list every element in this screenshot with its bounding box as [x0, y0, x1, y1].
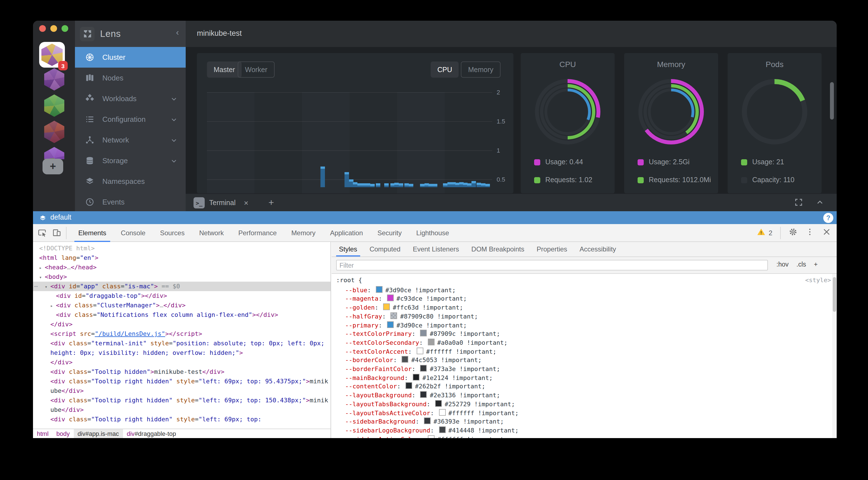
css-property[interactable]: --blue: #3d90ce !important; [332, 286, 832, 295]
css-property[interactable]: --layoutBackground: #2e3136 !important; [332, 391, 832, 400]
devtools-menu-icon[interactable] [805, 228, 814, 239]
warning-icon[interactable] [757, 228, 766, 239]
close-window-button[interactable] [39, 25, 46, 32]
collapse-node-icon[interactable]: ▾ [45, 282, 48, 292]
devtools-close-icon[interactable] [822, 228, 831, 239]
styles-tab-properties[interactable]: Properties [530, 242, 573, 256]
node-tab-master[interactable]: Master [207, 62, 242, 78]
sidebar-item-cluster[interactable]: Cluster [75, 47, 186, 68]
devtools-tab-elements[interactable]: Elements [71, 224, 114, 242]
color-swatch[interactable] [405, 382, 412, 389]
css-property[interactable]: --sidebarLogoBackground: #414448 !import… [332, 426, 832, 435]
sidebar-item-namespaces[interactable]: Namespaces [75, 171, 186, 192]
styles-tab-accessibility[interactable]: Accessibility [573, 242, 622, 256]
css-rules[interactable]: :root { <style> --blue: #3d90ce !importa… [332, 274, 832, 438]
metric-tab-cpu[interactable]: CPU [431, 62, 459, 78]
dom-node[interactable]: </div> [33, 357, 331, 367]
cluster-icon-cluster-2[interactable] [44, 68, 64, 91]
css-property[interactable]: --borderFaintColor: #373a3e !important; [332, 365, 832, 374]
color-swatch[interactable] [402, 356, 408, 363]
help-button[interactable]: ? [823, 213, 833, 223]
color-swatch[interactable] [439, 426, 445, 433]
chevron-down-icon[interactable] [170, 157, 178, 165]
cluster-icon-cluster-4[interactable] [44, 121, 64, 143]
devtools-tab-application[interactable]: Application [323, 224, 370, 242]
css-property[interactable]: --magenta: #c93dce !important; [332, 295, 832, 303]
breadcrumb-item[interactable]: body [53, 429, 74, 438]
dom-tree[interactable]: <!DOCTYPE html><html lang="en">▸<head>…<… [33, 242, 331, 429]
styles-tab-styles[interactable]: Styles [333, 242, 363, 256]
color-swatch[interactable] [387, 321, 394, 328]
collapse-sidebar-button[interactable]: ‹ [176, 27, 179, 37]
sidebar-item-events[interactable]: Events [75, 192, 186, 212]
devtools-tab-performance[interactable]: Performance [231, 224, 284, 242]
namespace-label[interactable]: default [50, 213, 71, 221]
styles-toggle-hov[interactable]: :hov [777, 261, 789, 268]
dom-node[interactable]: </div> [33, 320, 331, 329]
dom-node[interactable]: <div class="terminal-init" style="positi… [33, 339, 331, 357]
breadcrumb-item[interactable]: div#app.is-mac [73, 429, 123, 438]
css-property[interactable]: --layoutTabsBackground: #252729 !importa… [332, 400, 832, 409]
css-property[interactable]: --primary: #3d90ce !important; [332, 321, 832, 330]
styles-tab-dom-breakpoints[interactable]: DOM Breakpoints [465, 242, 530, 256]
dom-node[interactable]: ▸<head>…</head> [33, 263, 331, 272]
terminal-collapse-icon[interactable] [815, 198, 825, 209]
dom-node[interactable]: <div id="draggable-top"></div> [33, 291, 331, 301]
dom-node[interactable]: ▸<div class="ClusterManager">…</div> [33, 301, 331, 310]
css-property[interactable]: --layoutTabsActiveColor: #ffffff !import… [332, 409, 832, 417]
color-swatch[interactable] [435, 400, 442, 407]
css-property[interactable]: --contentColor: #262b2f !important; [332, 382, 832, 391]
chevron-down-icon[interactable] [170, 115, 178, 123]
dom-node[interactable]: <div class="Tooltip right hidden" style=… [33, 396, 331, 415]
color-swatch[interactable] [387, 295, 394, 302]
sidebar-item-network[interactable]: Network [75, 130, 186, 150]
terminal-fullscreen-icon[interactable] [794, 198, 803, 209]
dom-node[interactable]: <html lang="en"> [33, 253, 331, 263]
terminal-close-icon[interactable]: × [244, 198, 248, 207]
sidebar-item-configuration[interactable]: Configuration [75, 109, 186, 130]
color-swatch[interactable] [428, 339, 434, 345]
color-swatch[interactable] [424, 418, 431, 424]
color-swatch[interactable] [420, 391, 427, 398]
dom-node[interactable]: <div class="Tooltip right hidden" style=… [33, 415, 331, 424]
expand-node-icon[interactable]: ▸ [39, 263, 42, 273]
styles-tab-computed[interactable]: Computed [363, 242, 407, 256]
css-property[interactable]: --mainBackground: #1e2124 !important; [332, 374, 832, 382]
devtools-tab-sources[interactable]: Sources [153, 224, 192, 242]
css-property[interactable]: --textColorPrimary: #87909c !important; [332, 330, 832, 338]
devtools-tab-network[interactable]: Network [192, 224, 231, 242]
devtools-tab-security[interactable]: Security [370, 224, 409, 242]
terminal-tab[interactable]: Terminal [209, 199, 236, 207]
sidebar-item-workloads[interactable]: Workloads [75, 88, 186, 109]
devtools-tab-lighthouse[interactable]: Lighthouse [409, 224, 456, 242]
device-toolbar-icon[interactable] [52, 228, 62, 238]
dom-node[interactable]: <div class="Tooltip hidden">minikube-tes… [33, 367, 331, 377]
styles-tab-event-listeners[interactable]: Event Listeners [407, 242, 465, 256]
styles-toggle-cls[interactable]: .cls [797, 261, 806, 268]
chevron-down-icon[interactable] [170, 136, 178, 144]
dom-node[interactable]: <div class="Tooltip right hidden" style=… [33, 377, 331, 396]
css-property[interactable]: --borderColor: #4c5053 !important; [332, 356, 832, 365]
add-cluster-button[interactable]: + [42, 159, 63, 174]
css-property[interactable]: --textColorAccent: #ffffff !important; [332, 347, 832, 356]
devtools-tab-console[interactable]: Console [114, 224, 153, 242]
dom-node[interactable]: ▾<body> [33, 272, 331, 282]
style-source-link[interactable]: <style> [805, 276, 831, 285]
color-swatch[interactable] [413, 374, 420, 380]
zoom-window-button[interactable] [62, 25, 68, 32]
css-property[interactable]: --golden: #ffc63d !important; [332, 303, 832, 312]
collapse-node-icon[interactable]: ▾ [39, 273, 42, 282]
breadcrumb-item[interactable]: html [33, 429, 53, 438]
css-property[interactable]: --sidebarActiveColor: #ffffff !important… [332, 435, 832, 438]
color-swatch[interactable] [417, 347, 423, 354]
breadcrumb-item[interactable]: div#draggable-top [123, 429, 180, 438]
cluster-icon-minikube-test[interactable]: 3 [39, 42, 65, 68]
cluster-icon-cluster-5[interactable] [44, 147, 64, 159]
cluster-icon-cluster-3[interactable] [44, 95, 64, 117]
color-swatch[interactable] [428, 435, 434, 438]
devtools-settings-icon[interactable] [788, 228, 798, 239]
dom-node[interactable]: <script src="/build/LensDev.js"></script… [33, 329, 331, 339]
dashboard-scrollbar[interactable] [830, 82, 834, 119]
metric-tab-memory[interactable]: Memory [461, 62, 501, 78]
sidebar-item-storage[interactable]: Storage [75, 150, 186, 171]
